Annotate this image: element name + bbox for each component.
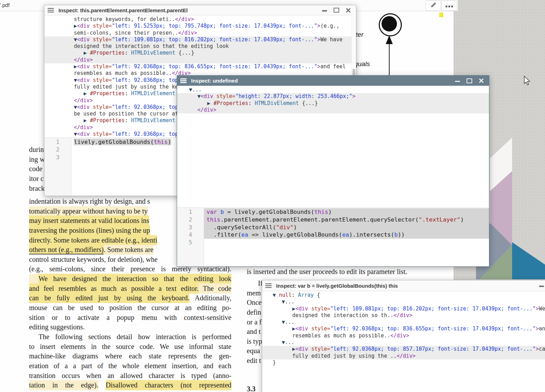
window-minimize-button[interactable] [455,81,460,82]
code-line[interactable]: this.parentElement.parentElement.parentE… [204,216,489,224]
tree-row[interactable]: designed the interaction so th..</div> [262,312,545,319]
edit-annotation-button[interactable] [426,0,441,11]
window-minimize-button[interactable] [322,10,327,12]
mouse-cursor [524,76,530,87]
pdf-tab-label[interactable]: 7.pdf [0,2,9,8]
tree-row[interactable]: ▼... [177,86,489,93]
editor-gutter: 123 [44,138,71,196]
pdf-text-line: can be fully edited just by using the ke… [29,293,231,303]
pdf-text-line: eration of a a part of the whole element… [29,361,231,371]
code-line[interactable] [204,239,489,246]
diagram-arrowhead [386,35,393,44]
window-maximize-button[interactable] [334,8,339,13]
diagram-end-node-inner-circle [382,16,397,31]
window-titlebar[interactable]: Inspect: this.parentElement.parentElemen… [44,5,356,15]
tree-row[interactable]: ▼<div style="height: 22.877px; width: 25… [177,93,489,100]
tree-row[interactable]: ▶<div style="left: 91.5253px; top: 795.7… [44,23,356,29]
tree-row[interactable]: ▼... [262,319,545,326]
tree-row[interactable]: ▶ #Properties: HTMLDivElement {...} [177,100,489,107]
code-line[interactable]: .querySelectorAll("div") [204,224,489,231]
code-line[interactable]: .filter(ea => lively.getGlobalBounds(ea)… [204,231,489,239]
tree-row[interactable]: ▶<div style="left: 92.0368px; top: 836.6… [262,326,545,332]
pdf-text-line: sition or to activate a popup menu with … [29,313,231,323]
window-titlebar[interactable]: Inspect: undefined [177,76,489,86]
window-maximize-button[interactable] [467,78,472,83]
inspector-window-global-bounds: Inspect: var b = lively.getGlobalBounds(… [262,280,545,392]
tree-row[interactable]: ▼... [262,299,545,305]
window-minimize-button[interactable] [539,286,544,287]
pdf-left-fragments: durining wcodeitor cbrack [29,145,45,193]
code-editor[interactable]: 12345 var b = lively.getGlobalBounds(thi… [177,208,489,266]
more-options-button[interactable] [441,0,457,11]
pdf-text-line: itor c [29,174,45,184]
editor-gutter: 12345 [177,208,204,266]
tree-row[interactable]: } [262,359,545,366]
window-menu-icon[interactable] [265,284,272,288]
pdf-text-line: The following sections detail how intera… [29,332,231,342]
code-line[interactable]: var b = lively.getGlobalBounds(this) [204,208,489,216]
pdf-text-line: We have designed the interaction so that… [29,274,231,284]
pdf-text-line: editing suggestions. [29,322,231,332]
tree-row[interactable]: </div> [177,107,489,113]
pdf-middle-line: is inserted and the user proceeds to edi… [247,267,545,277]
tree-row[interactable]: semi-colons, since their presen..</div> [44,30,356,36]
tree-row[interactable]: structure keywords, for deleti..</div> [44,16,356,23]
tree-row[interactable]: fully edited just by using the ..</div> [262,353,545,359]
yellow-annotation-marker[interactable] [439,13,443,17]
pdf-text-line: to insert elements in the source code. W… [29,342,231,352]
desktop-background: { "tab": { "label": "7.pdf" }, "toolbar"… [0,0,545,392]
editor-code-area[interactable]: var b = lively.getGlobalBounds(this)this… [204,208,489,266]
pdf-text-line: code [29,164,45,174]
pdf-text-line: tation in the edge). Disallowed characte… [29,380,231,390]
tree-row[interactable]: ▶<div style="left: 109.081px; top: 816.2… [262,306,545,312]
window-title: Inspect: this.parentElement.parentElemen… [58,7,188,13]
more-options-icon [445,2,454,9]
pdf-text-line: transition occurs when an allowed charac… [29,371,231,381]
tree-row[interactable]: </div> [44,57,356,63]
pencil-icon [430,1,437,10]
window-titlebar[interactable]: Inspect: var b = lively.getGlobalBounds(… [262,280,545,291]
pdf-text-line: brack [29,184,45,194]
window-close-button[interactable] [479,78,484,83]
dom-tree: ▼...▼<div style="height: 22.877px; width… [177,86,489,208]
tree-row[interactable]: ▶<div style="left: 92.0368px; top: 836.6… [44,63,356,70]
window-menu-icon[interactable] [48,8,54,13]
pdf-text-line: mouse can be used to position the cursor… [29,303,231,313]
pdf-text-line: machine-like diagrams where each state r… [29,351,231,361]
tree-row[interactable]: ▶ #Properties: HTMLDivElement {...} [44,50,356,56]
tree-row[interactable]: resembles as much as possible..</div> [262,332,545,339]
inspector-window-undefined: Inspect: undefined ▼...▼<div style="heig… [177,75,489,267]
tree-row[interactable]: designed the interaction so that the edi… [44,43,356,50]
pdf-text-line: ing w [29,155,45,164]
tree-row[interactable]: ▼ null: Array { [262,292,545,299]
tree-row[interactable]: ▶<div style="left: 92.0368px; top: 857.1… [262,346,545,352]
pdf-text-line: durin [29,145,45,155]
tree-row[interactable]: ▼... [262,339,545,346]
dom-tree: ▼ null: Array {▼...▶<div style="left: 10… [262,291,545,392]
window-close-button[interactable] [346,8,351,13]
pdf-text-line: and feel resembles as much as possible a… [29,284,231,294]
window-title: Inspect: var b = lively.getGlobalBounds(… [276,283,398,289]
window-menu-icon[interactable] [180,78,187,83]
pdf-section-number: 3.3 [247,385,256,392]
diagram-arrow-line [389,43,390,76]
window-title: Inspect: undefined [191,78,238,84]
tree-row[interactable]: ▼<div style="left: 109.081px; top: 816.2… [44,36,356,43]
